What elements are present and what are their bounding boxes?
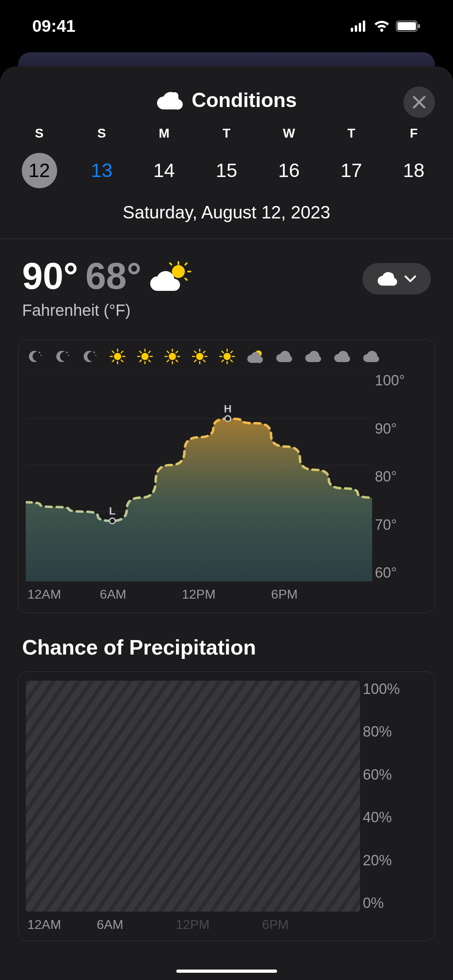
temperature-chart[interactable]: HL 100° 90° 80° 70° 60° 12AM 6AM 12PM 6P… <box>18 340 435 613</box>
svg-line-26 <box>112 351 114 353</box>
day-selector: S 12 S 13 M 14 T 15 W 16 T 17 F 18 <box>0 126 453 188</box>
y-tick: 80° <box>375 468 427 485</box>
svg-line-63 <box>231 360 232 362</box>
day-col[interactable]: W 16 <box>263 126 315 188</box>
day-col[interactable]: S 13 <box>76 126 128 188</box>
sun-icon <box>110 348 126 366</box>
x-tick: 6AM <box>100 587 126 602</box>
day-number: 17 <box>334 153 369 188</box>
svg-line-53 <box>194 351 196 353</box>
svg-line-56 <box>194 360 196 362</box>
temp-y-axis: 100° 90° 80° 70° 60° <box>375 372 427 581</box>
unit-label: Fahrenheit (°F) <box>22 301 431 319</box>
svg-line-55 <box>203 351 205 353</box>
home-indicator[interactable] <box>176 970 277 973</box>
svg-point-17 <box>66 352 68 353</box>
y-tick: 70° <box>375 517 427 533</box>
y-tick: 60% <box>363 766 427 783</box>
status-bar: 09:41 <box>0 0 453 52</box>
day-col[interactable]: T 17 <box>325 126 378 188</box>
day-abbrev: S <box>13 126 66 141</box>
svg-point-72 <box>225 416 231 422</box>
day-abbrev: M <box>138 126 190 141</box>
cloud-icon <box>333 348 351 366</box>
svg-line-11 <box>185 263 187 265</box>
y-tick: 60° <box>375 564 427 581</box>
svg-point-20 <box>95 355 97 356</box>
chevron-down-icon <box>404 275 416 283</box>
svg-line-47 <box>167 360 169 362</box>
svg-point-14 <box>389 273 394 278</box>
battery-icon <box>396 21 421 32</box>
svg-point-8 <box>172 265 185 278</box>
svg-line-37 <box>149 351 150 353</box>
svg-line-62 <box>222 351 223 353</box>
svg-rect-2 <box>359 23 361 32</box>
svg-point-74 <box>110 518 115 524</box>
day-abbrev: T <box>201 126 253 141</box>
cloud-icon <box>377 272 397 286</box>
partly-icon <box>246 348 264 366</box>
day-abbrev: F <box>388 126 440 141</box>
close-icon <box>412 95 426 109</box>
page-title: Conditions <box>156 89 297 112</box>
cloud-icon <box>275 348 293 366</box>
svg-line-64 <box>231 351 232 353</box>
day-abbrev: S <box>76 126 128 141</box>
status-time: 09:41 <box>32 16 75 36</box>
partly-cloudy-icon <box>149 260 193 292</box>
selected-date: Saturday, August 12, 2023 <box>0 188 453 239</box>
day-number: 13 <box>84 153 120 188</box>
svg-point-16 <box>41 355 42 356</box>
svg-line-27 <box>121 360 123 362</box>
precip-chart-area <box>26 681 360 912</box>
day-number: 14 <box>147 153 182 188</box>
chart-type-toggle[interactable] <box>362 263 431 294</box>
title-text: Conditions <box>192 89 297 112</box>
night-icon <box>55 348 71 366</box>
svg-line-35 <box>140 351 141 353</box>
y-tick: 100° <box>375 372 427 389</box>
temperature-summary: 90°68° Fahrenheit (°F) <box>0 239 453 327</box>
sun-icon <box>192 348 208 366</box>
night-icon <box>82 348 98 366</box>
y-tick: 100% <box>363 681 427 698</box>
svg-point-48 <box>196 353 203 360</box>
svg-line-36 <box>149 360 150 362</box>
hourly-condition-icons <box>19 347 434 367</box>
high-temp: 90° <box>22 255 78 297</box>
y-tick: 0% <box>363 895 427 912</box>
svg-line-29 <box>112 360 114 362</box>
day-number: 18 <box>396 153 432 188</box>
day-col[interactable]: S 12 <box>13 126 66 188</box>
day-col[interactable]: F 18 <box>388 126 440 188</box>
day-number: 16 <box>271 153 307 188</box>
day-col[interactable]: M 14 <box>138 126 190 188</box>
day-col[interactable]: T 15 <box>201 126 253 188</box>
y-tick: 80% <box>363 723 427 740</box>
precipitation-chart[interactable]: 100% 80% 60% 40% 20% 0% 12AM 6AM 12PM 6P… <box>18 671 435 941</box>
svg-line-45 <box>176 360 178 362</box>
sheet-header: Conditions <box>0 66 453 126</box>
svg-text:L: L <box>109 505 116 517</box>
precipitation-title: Chance of Precipitation <box>0 613 453 671</box>
x-tick: 12AM <box>27 917 61 932</box>
cloud-icon <box>156 90 183 110</box>
svg-line-65 <box>222 360 223 362</box>
svg-rect-6 <box>418 24 420 28</box>
svg-rect-3 <box>363 21 365 32</box>
svg-line-38 <box>140 360 141 362</box>
close-button[interactable] <box>403 86 435 118</box>
precip-y-axis: 100% 80% 60% 40% 20% 0% <box>363 681 427 912</box>
low-temp: 68° <box>85 255 141 297</box>
svg-point-18 <box>68 355 69 356</box>
status-indicators <box>351 20 421 32</box>
sun-icon <box>137 348 153 366</box>
cloud-icon <box>362 348 380 366</box>
svg-point-21 <box>114 353 121 360</box>
svg-line-28 <box>121 351 123 353</box>
conditions-sheet: Conditions S 12 S 13 M 14 T 15 W 16 T 17 <box>0 66 453 980</box>
no-data-hatching <box>26 681 360 912</box>
day-number: 15 <box>209 153 244 188</box>
sun-icon <box>219 348 235 366</box>
